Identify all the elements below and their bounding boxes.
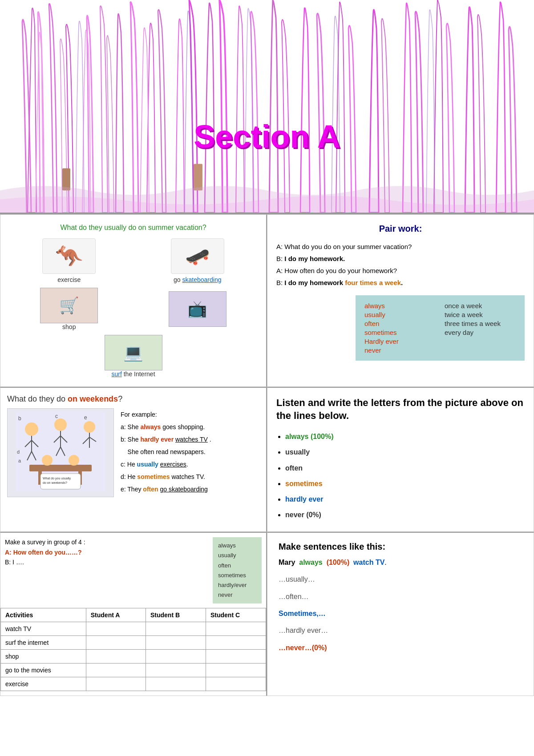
list-never: never (0%) (285, 507, 525, 523)
student-c-watch[interactable] (206, 622, 266, 635)
student-b-surf[interactable] (146, 635, 206, 649)
survey-instruction2: A: How often do you……? (5, 547, 206, 557)
sent-sometimes: Sometimes,… (279, 605, 522, 622)
sent-hardly: …hardly ever… (279, 622, 522, 639)
dialogue-line-1: A: What do you do on your summer vacatio… (276, 241, 525, 253)
student-c-surf[interactable] (206, 635, 266, 649)
activities-grid: 🦘 exercise 🛹 go skateboarding 🛒 shop 📺 (7, 238, 259, 330)
svg-text:a: a (18, 458, 21, 463)
sent-period: . (384, 559, 386, 566)
svg-rect-2 (194, 164, 202, 190)
svg-rect-23 (29, 465, 92, 471)
survey-header: Make a survey in group of 4 : A: How oft… (0, 537, 266, 608)
survey-instruction1: Make a survey in group of 4 : (5, 537, 206, 547)
student-b-watch[interactable] (146, 622, 206, 635)
fbox-never: never (218, 590, 256, 600)
sent-never: …never…(0%) (279, 639, 522, 656)
sent-pct: (100%) (327, 559, 350, 566)
student-b-movies[interactable] (146, 663, 206, 677)
activity-exercise: 🦘 exercise (7, 238, 131, 283)
sometimes-text: sometimes (285, 480, 323, 487)
adverb-often: often (143, 486, 158, 493)
freq-hardly: Hardly ever (364, 338, 436, 345)
sent-usually: …usually… (279, 571, 522, 588)
student-c-shop[interactable] (206, 649, 266, 663)
pair-work-title: Pair work: (276, 224, 525, 234)
kangaroo-image: 🦘 (42, 238, 96, 274)
exercise-label: exercise (7, 276, 131, 283)
example-a: a: She always goes shopping. (121, 421, 211, 433)
fbox-hardly: hardly/ever (218, 580, 256, 590)
tv-image: 📺 (169, 291, 227, 327)
student-c-movies[interactable] (206, 663, 266, 677)
dialogue-a1: What do you do on your summer vacation? (284, 243, 412, 250)
hardly-ever-text: hardly ever (285, 495, 323, 503)
student-a-surf[interactable] (86, 635, 146, 649)
student-b-exercise[interactable] (146, 677, 206, 691)
surf-image: 💻 (105, 335, 162, 370)
freq-twice: twice a week (445, 311, 516, 318)
section-title: Section A (194, 118, 340, 155)
watches-tv-underline: watches TV (175, 436, 208, 443)
fbox-usually: usually (218, 551, 256, 560)
dialogue-line-3: A: How often do you do your homework? (276, 265, 525, 277)
cartoon-weekends-image: b c (7, 408, 114, 497)
list-usually: usually (285, 444, 525, 460)
example-b: b: She hardly ever watches TV . She ofte… (121, 433, 211, 458)
col-student-c: Student C (206, 608, 266, 622)
activity-surf-cell: surf the internet (1, 635, 86, 649)
often-text: often (285, 464, 303, 472)
list-sometimes: sometimes (285, 476, 525, 491)
student-a-watch[interactable] (86, 622, 146, 635)
activity-skateboarding: 🛹 go skateboarding (136, 238, 260, 283)
list-hardly-ever: hardly ever (285, 491, 525, 507)
table-row: go to the movies (1, 663, 266, 677)
shop-label: shop (7, 323, 131, 330)
dialogue-b2: I do my homework four times a week. (284, 279, 403, 286)
on-weekends-text: on weekends (68, 394, 118, 403)
freq-sometimes: sometimes (364, 329, 436, 336)
fbox-sometimes: sometimes (218, 571, 256, 580)
usually-sentence: …usually… (279, 575, 315, 583)
table-row: shop (1, 649, 266, 663)
sometimes-sentence: Sometimes,… (279, 610, 326, 617)
survey-question: A: How often do you……? (5, 549, 82, 556)
activity-shop-cell: shop (1, 649, 86, 663)
sent-verb: watch TV (353, 559, 384, 566)
example-c: c: He usually exercises. (121, 458, 211, 470)
example-e: e: They often go skateboarding (121, 483, 211, 495)
header-decoration (0, 0, 534, 213)
for-example-label: For example: (121, 408, 211, 421)
student-c-exercise[interactable] (206, 677, 266, 691)
student-a-shop[interactable] (86, 649, 146, 663)
freq-every-day: every day (445, 329, 516, 336)
dialogue-line-2: B: I do my homework. (276, 253, 525, 265)
activity-surf: 💻 surf the Internet (7, 335, 259, 378)
section3-left-panel: Make a survey in group of 4 : A: How oft… (0, 532, 267, 696)
freq-once: once a week (445, 302, 516, 310)
student-a-movies[interactable] (86, 663, 146, 677)
adverb-hardly-ever: hardly ever (140, 436, 174, 443)
freq-three-times: three times a week (445, 320, 516, 327)
cartoon-placeholder: b c (12, 407, 109, 499)
svg-point-4 (25, 422, 38, 436)
student-a-exercise[interactable] (86, 677, 146, 691)
fbox-always: always (218, 541, 256, 551)
student-b-shop[interactable] (146, 649, 206, 663)
section3-right-panel: Make sentences like this: Mary always (1… (267, 532, 534, 696)
adverb-always: always (140, 423, 161, 430)
survey-instruction3: B: I …. (5, 557, 206, 567)
sent-always: always (299, 559, 322, 566)
list-often: often (285, 460, 525, 476)
adverb-usually: usually (137, 461, 158, 468)
sentence-items: …usually… …often… Sometimes,… …hardly ev… (279, 571, 522, 656)
frequency-table: always usually often sometimes Hardly ev… (356, 295, 525, 361)
skateboarding-underline: go skateboarding (160, 486, 207, 493)
svg-text:e: e (84, 414, 87, 421)
freq-usually: usually (364, 311, 436, 318)
svg-text:c: c (55, 413, 58, 419)
make-sentences-title: Make sentences like this: (279, 542, 522, 552)
freq-box: always usually often sometimes hardly/ev… (213, 537, 262, 603)
survey-table: Activities Student A Student B Student C… (0, 608, 266, 691)
table-row: watch TV (1, 622, 266, 635)
